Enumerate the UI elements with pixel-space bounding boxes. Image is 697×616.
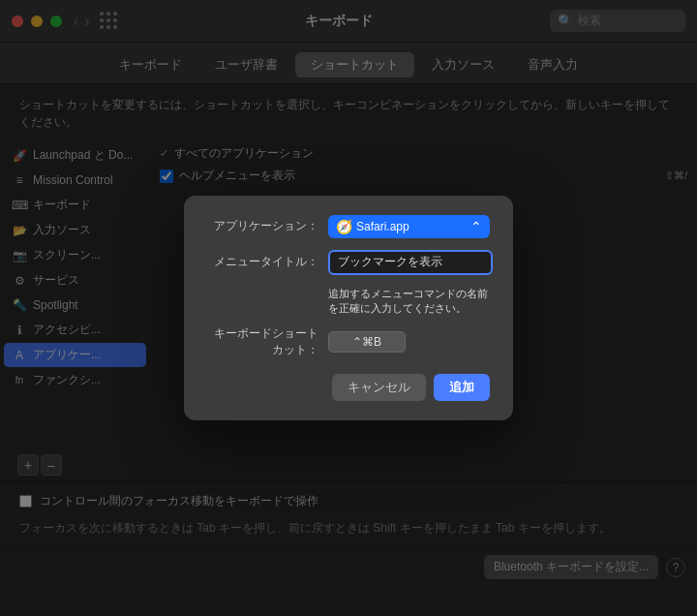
modal-cancel-button[interactable]: キャンセル	[332, 374, 426, 401]
modal-buttons: キャンセル 追加	[207, 374, 490, 401]
modal-overlay: アプリケーション： 🧭 Safari.app ⌃ メニュータイトル： 追加するメ…	[0, 0, 697, 616]
modal-shortcut-row: キーボードショートカット： ⌃⌘B	[207, 325, 490, 358]
modal-shortcut-label: キーボードショートカット：	[207, 325, 318, 358]
modal-shortcut-display[interactable]: ⌃⌘B	[328, 331, 406, 353]
modal-menu-title-label: メニュータイトル：	[207, 254, 318, 270]
safari-icon: 🧭	[336, 219, 352, 234]
modal-application-row: アプリケーション： 🧭 Safari.app ⌃	[207, 215, 490, 238]
modal-application-select[interactable]: 🧭 Safari.app ⌃	[328, 215, 490, 238]
modal-menu-title-row: メニュータイトル：	[207, 250, 490, 275]
modal-error-text: 追加するメニューコマンドの名前を正確に入力してください。	[328, 287, 490, 317]
modal-add-button[interactable]: 追加	[434, 374, 490, 401]
add-shortcut-modal: アプリケーション： 🧭 Safari.app ⌃ メニュータイトル： 追加するメ…	[184, 196, 513, 421]
select-arrow-icon: ⌃	[470, 219, 482, 234]
modal-menu-title-input[interactable]	[328, 250, 493, 275]
modal-application-label: アプリケーション：	[207, 218, 318, 234]
modal-application-value: Safari.app	[356, 220, 470, 233]
